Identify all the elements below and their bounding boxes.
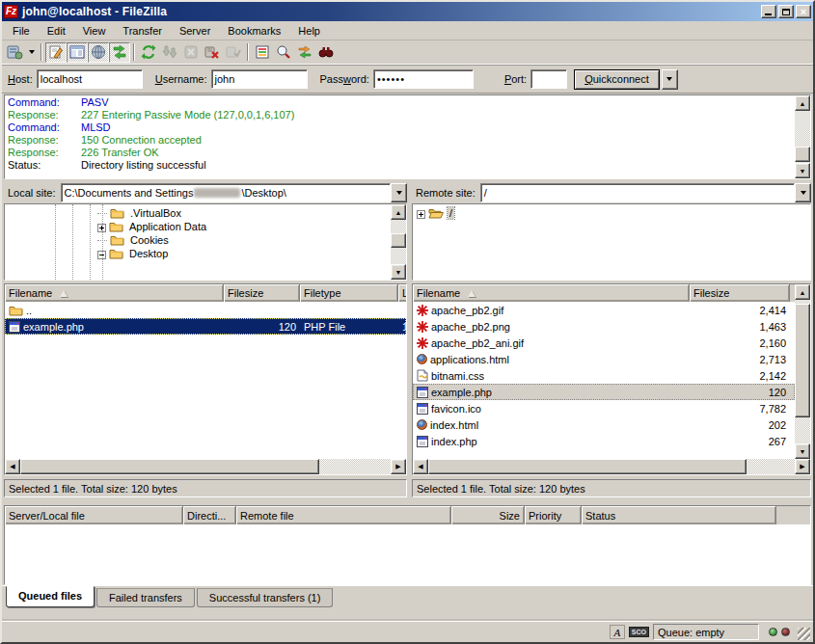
toggle-local-tree-button[interactable] [67,42,88,63]
file-row[interactable]: .. [5,302,406,318]
tab-failed-transfers[interactable]: Failed transfers [96,588,195,607]
toggle-transfer-queue-button[interactable] [109,42,130,63]
scroll-up-icon[interactable]: ▲ [795,95,810,111]
remote-list-scrollbar[interactable]: ▲ ▼ [795,284,810,459]
file-row[interactable]: example.php120 [413,384,795,400]
cancel-button[interactable] [180,42,202,63]
scrollbar-thumb[interactable] [391,233,406,248]
tab-successful-transfers-1[interactable]: Successful transfers (1) [197,588,334,607]
password-input[interactable]: •••••• [373,69,474,89]
column-header-filename[interactable]: Filename [5,284,224,302]
synchronized-browsing-button[interactable] [294,42,315,63]
scrollbar-thumb[interactable] [20,459,319,474]
queue-tabs: Queued filesFailed transfersSuccessful t… [2,585,813,610]
menu-server[interactable]: Server [171,23,219,39]
local-tree-scrollbar[interactable]: ▲ ▼ [391,204,406,280]
file-row[interactable]: example.php120PHP File1 [5,318,406,335]
site-manager-button[interactable] [4,42,25,63]
tree-item-desktop[interactable]: Desktop [5,247,391,260]
data-activity-led-green [769,628,777,636]
queue-column-server-local-file[interactable]: Server/Local file [5,506,183,524]
scroll-up-icon[interactable]: ▲ [391,204,406,220]
tab-queued-files[interactable]: Queued files [6,586,95,607]
local-file-list-panel: FilenameFilesizeFiletypeL ..example.php1… [4,283,407,475]
queue-body[interactable] [5,524,810,584]
toggle-remote-tree-button[interactable] [88,42,109,63]
tree-item-virtualbox[interactable]: .VirtualBox [5,206,391,220]
file-row[interactable]: apache_pb2.gif2,414 [413,302,795,318]
scroll-down-icon[interactable]: ▼ [391,264,406,280]
expand-icon[interactable] [417,209,425,218]
file-row[interactable]: bitnami.css2,142 [413,367,795,384]
queue-column-directi[interactable]: Directi... [183,506,236,524]
scroll-right-icon[interactable]: ▶ [391,459,406,474]
queue-column-size[interactable]: Size [451,506,525,524]
menu-edit[interactable]: Edit [39,23,74,39]
scroll-up-icon[interactable]: ▲ [795,284,810,300]
close-button[interactable]: × [796,5,811,18]
scrollbar-thumb[interactable] [795,147,810,162]
file-row[interactable]: index.html202 [413,416,795,433]
column-header-filesize[interactable]: Filesize [690,284,790,302]
resize-grip[interactable] [798,628,810,640]
column-header-filesize[interactable]: Filesize [224,284,300,302]
quickconnect-button[interactable]: Quickconnect [574,69,660,90]
tree-item-application-data[interactable]: Application Data [5,220,391,233]
remote-site-combobox[interactable]: / [480,183,811,202]
file-row[interactable]: applications.html2,713 [413,351,795,367]
filter-button[interactable] [252,42,273,63]
title-bar[interactable]: Fz john@localhost - FileZilla × [2,2,813,21]
maximize-button[interactable] [778,5,794,18]
port-input[interactable] [530,69,567,89]
local-horizontal-scrollbar[interactable]: ◀ ▶ [5,459,406,474]
queue-column-priority[interactable]: Priority [525,506,582,524]
menu-file[interactable]: File [4,23,39,39]
toggle-message-log-button[interactable] [45,42,67,63]
menu-view[interactable]: View [74,23,115,39]
local-path-value[interactable]: C:\Documents and Settings\Desktop\ [61,183,391,202]
scroll-down-icon[interactable]: ▼ [795,443,810,459]
scroll-right-icon[interactable]: ▶ [795,459,810,474]
local-file-list: ..example.php120PHP File1 [5,302,406,459]
tree-item-root[interactable]: / [413,206,810,220]
host-input[interactable]: localhost [37,69,143,89]
menu-bookmarks[interactable]: Bookmarks [219,23,289,39]
log-scrollbar[interactable]: ▲ ▼ [795,95,810,178]
menu-transfer[interactable]: Transfer [114,23,171,39]
scroll-down-icon[interactable]: ▼ [795,163,810,178]
column-header-l[interactable]: L [398,284,407,302]
scrollbar-thumb[interactable] [428,459,747,474]
file-row[interactable]: favicon.ico7,782 [413,400,795,416]
datatype-ascii-icon[interactable]: A [610,625,625,639]
quickconnect-dropdown-button[interactable] [662,69,678,90]
file-cell: 202 [690,419,790,431]
scroll-left-icon[interactable]: ◀ [5,459,20,474]
remote-site-dropdown-button[interactable] [795,183,811,202]
file-row[interactable]: apache_pb2.png1,463 [413,318,795,335]
reconnect-button[interactable] [223,42,244,63]
file-row[interactable]: index.php267 [413,433,795,449]
scrollbar-thumb[interactable] [795,304,810,417]
disconnect-button[interactable] [202,42,223,63]
find-files-button[interactable] [315,42,337,63]
menu-help[interactable]: Help [289,23,329,39]
minimize-button[interactable] [761,5,776,18]
local-site-combobox[interactable]: C:\Documents and Settings\Desktop\ [61,183,407,202]
site-manager-dropdown-button[interactable] [25,42,38,63]
file-row[interactable]: apache_pb2_ani.gif2,160 [413,335,795,351]
remote-horizontal-scrollbar[interactable]: ◀ ▶ [413,459,810,474]
queue-column-remote-file[interactable]: Remote file [236,506,451,524]
tree-item-cookies[interactable]: Cookies [5,233,391,247]
refresh-button[interactable] [138,42,159,63]
speed-limit-icon[interactable]: SCO [629,627,649,637]
column-header-filetype[interactable]: Filetype [300,284,398,302]
queue-column-status[interactable]: Status [582,506,776,524]
username-input[interactable]: john [211,69,308,89]
column-header-filename[interactable]: Filename [413,284,690,302]
log-line-text: 226 Transfer OK [81,147,159,159]
local-site-dropdown-button[interactable] [391,183,407,202]
scroll-left-icon[interactable]: ◀ [413,459,428,474]
directory-comparison-button[interactable] [273,42,294,63]
remote-path-value[interactable]: / [480,183,795,202]
process-queue-button[interactable] [159,42,180,63]
